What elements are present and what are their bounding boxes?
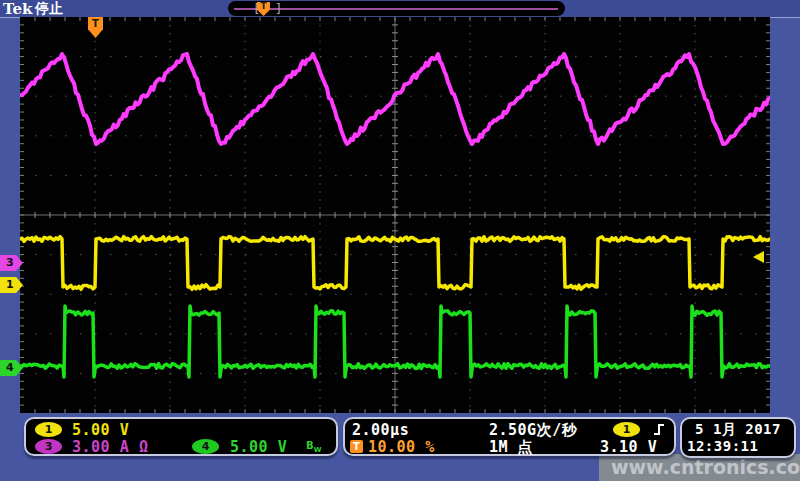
rising-edge-icon [652, 422, 668, 437]
trigger-position-icon: T [350, 440, 363, 453]
tek-logo: Tek [3, 0, 32, 18]
ch1-scale-readout: 5.00 V [72, 421, 129, 439]
datetime-box: 5 1月 2017 12:39:11 [680, 417, 796, 458]
ch3-impedance-icon: Ω [139, 438, 149, 456]
waveform-canvas [20, 17, 770, 413]
time-scale-readout: 2.00µs [352, 421, 409, 439]
ch4-scale-readout: 5.00 V [230, 438, 287, 456]
time-readout: 12:39:11 [687, 438, 758, 454]
trigger-level-arrow-icon[interactable] [753, 251, 764, 263]
record-view-strip: [ ] T [228, 1, 565, 16]
horizontal-trigger-box: 2.00µs T 10.00 % 2.50G次/秒 1M 点 1 3.10 V [343, 417, 676, 456]
bw-sub: W [314, 446, 322, 454]
graticule [20, 17, 770, 413]
ch3-scale-readout: 3.00 A [72, 438, 129, 456]
watermark: www.cntronics.com [611, 456, 800, 478]
top-bar: Tek 停止 [ ] T [0, 0, 800, 18]
trigger-position-readout: 10.00 % [368, 438, 435, 456]
channel-readouts-box: 1 5.00 V 3 3.00 A Ω 4 5.00 V BW [24, 417, 338, 456]
oscilloscope-screen: Tek 停止 [ ] T T 3 1 4 www.cntronics.com 1… [0, 0, 800, 481]
window-bracket-right: ] [275, 2, 282, 16]
date-readout: 5 1月 2017 [682, 421, 794, 439]
record-length-readout: 1M 点 [489, 438, 533, 457]
ch1-badge: 1 [35, 422, 62, 437]
bandwidth-limit-icon: BW [306, 440, 321, 454]
trigger-level-readout: 3.10 V [600, 438, 657, 456]
trigger-source-badge: 1 [613, 422, 640, 437]
acquisition-status: 停止 [35, 0, 63, 18]
bw-main: B [306, 440, 314, 451]
ch3-badge: 3 [35, 439, 62, 454]
ch4-badge: 4 [192, 439, 219, 454]
record-view-line [234, 8, 558, 10]
